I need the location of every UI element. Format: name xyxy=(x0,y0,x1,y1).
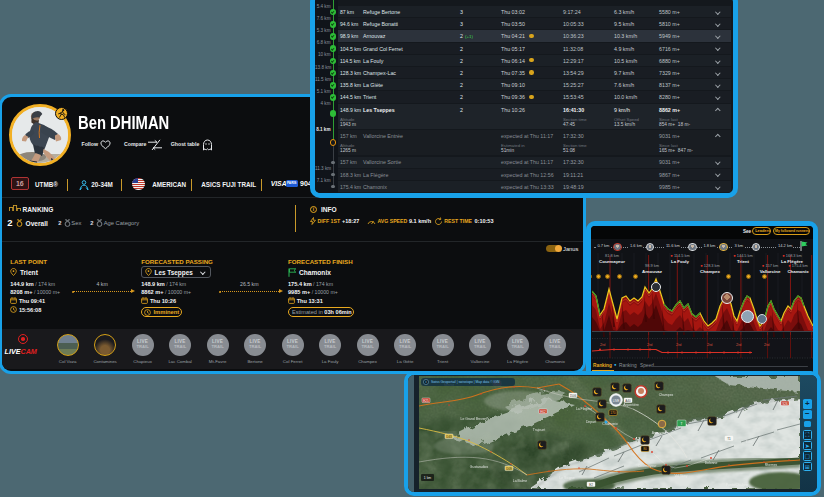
svg-text:D09: D09 xyxy=(506,467,512,471)
svg-text:2nd: 2nd xyxy=(707,342,713,347)
svg-text:2nd: 2nd xyxy=(647,342,653,347)
svg-text:Champex: Champex xyxy=(659,393,674,397)
svg-text:La Balme: La Balme xyxy=(513,479,527,483)
svg-text:80: 80 xyxy=(643,447,647,451)
svg-text:S26: S26 xyxy=(782,402,788,406)
svg-text:D43: D43 xyxy=(446,435,452,439)
svg-text:1506: 1506 xyxy=(570,394,577,398)
svg-text:LIVE: LIVE xyxy=(613,399,620,403)
svg-text:2nd: 2nd xyxy=(764,342,770,347)
svg-text:T1: T1 xyxy=(727,437,731,441)
svg-text:2nd: 2nd xyxy=(736,342,742,347)
svg-text:Trajouet: Trajouet xyxy=(533,428,545,432)
svg-text:E25: E25 xyxy=(423,399,429,403)
svg-text:Punta Chalgne: Punta Chalgne xyxy=(726,483,749,487)
svg-text:Val Veny: Val Veny xyxy=(674,474,687,478)
svg-text:E62: E62 xyxy=(540,410,546,414)
svg-text:Argentière: Argentière xyxy=(623,403,639,407)
svg-text:E2: E2 xyxy=(589,483,593,487)
svg-text:T: T xyxy=(681,422,683,426)
svg-text:Le Soigne: Le Soigne xyxy=(559,476,574,480)
svg-text:Courmayeur: Courmayeur xyxy=(638,464,658,468)
svg-text:Arnouvaz: Arnouvaz xyxy=(652,431,667,435)
svg-text:Tour: Tour xyxy=(746,440,753,444)
svg-text:Depart: Depart xyxy=(586,420,596,424)
svg-text:La Flegère: La Flegère xyxy=(576,407,592,411)
svg-text:Dolonne: Dolonne xyxy=(705,461,718,465)
svg-text:Le Grand Brevent: Le Grand Brevent xyxy=(461,417,488,421)
svg-text:2nd: 2nd xyxy=(600,342,606,347)
svg-text:1 km: 1 km xyxy=(424,476,432,480)
svg-text:170: 170 xyxy=(610,411,616,415)
svg-text:Rhemes: Rhemes xyxy=(765,463,778,467)
svg-text:Swiss Geoportail | swisstopo |: Swiss Geoportail | swisstopo | Map data … xyxy=(431,380,500,384)
svg-text:Gustaradios: Gustaradios xyxy=(470,465,489,469)
svg-text:2nd: 2nd xyxy=(676,342,682,347)
svg-text:A40: A40 xyxy=(625,399,631,403)
